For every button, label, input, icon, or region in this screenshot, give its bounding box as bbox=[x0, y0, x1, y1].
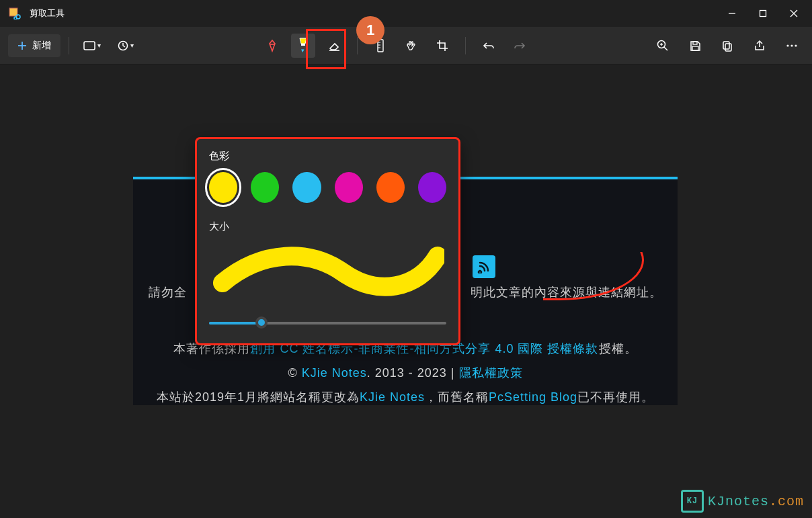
crop-icon bbox=[436, 40, 448, 52]
zoom-button[interactable] bbox=[651, 34, 675, 58]
maximize-button[interactable] bbox=[747, 0, 778, 27]
color-swatch-purple[interactable] bbox=[418, 172, 446, 203]
ellipsis-icon bbox=[786, 44, 798, 48]
content-line-3: © KJie Notes. 2013 - 2023 | 隱私權政策 bbox=[133, 361, 678, 385]
svg-rect-25 bbox=[692, 46, 698, 50]
new-button[interactable]: 新增 bbox=[8, 34, 60, 57]
color-swatch-magenta[interactable] bbox=[335, 172, 363, 203]
color-swatch-yellow[interactable] bbox=[209, 172, 237, 203]
chevron-down-icon: ▾ bbox=[301, 48, 304, 54]
eraser-tool-button[interactable] bbox=[322, 34, 346, 58]
color-swatch-orange[interactable] bbox=[376, 172, 405, 203]
toolbar-right bbox=[651, 34, 804, 58]
clock-icon bbox=[118, 40, 128, 51]
watermark: KJ KJnotes.com bbox=[681, 490, 804, 513]
slider-fill bbox=[209, 322, 261, 325]
separator bbox=[357, 37, 358, 54]
svg-rect-27 bbox=[725, 44, 731, 51]
snip-mode-dropdown[interactable]: ▾ bbox=[77, 34, 107, 58]
minimize-button[interactable] bbox=[717, 0, 747, 27]
toolbar: 新增 ▾ ▾ ▾ bbox=[0, 27, 812, 64]
rss-icon bbox=[477, 260, 491, 273]
hand-icon bbox=[405, 40, 418, 52]
touch-writing-button[interactable] bbox=[399, 34, 423, 58]
save-icon bbox=[689, 40, 701, 52]
undo-icon bbox=[483, 40, 495, 51]
color-swatches bbox=[209, 172, 446, 203]
separator bbox=[465, 37, 466, 54]
svg-rect-9 bbox=[84, 42, 95, 50]
new-name-link[interactable]: KJie Notes bbox=[360, 390, 425, 404]
color-swatch-blue[interactable] bbox=[292, 172, 321, 203]
app-icon bbox=[5, 4, 24, 23]
size-section-label: 大小 bbox=[209, 220, 446, 233]
color-swatch-green[interactable] bbox=[251, 172, 279, 203]
chevron-down-icon: ▾ bbox=[97, 42, 101, 49]
svg-line-21 bbox=[664, 47, 667, 50]
toolbar-center: ▾ bbox=[145, 34, 647, 58]
canvas-area: 請勿全 明此文章的內容來源與連結網址。 CC BY NC SA 本著作係採用創用… bbox=[0, 64, 812, 518]
watermark-icon: KJ bbox=[681, 490, 704, 513]
copy-button[interactable] bbox=[715, 34, 739, 58]
color-section-label: 色彩 bbox=[209, 150, 446, 163]
pen-tool-button[interactable] bbox=[260, 34, 284, 58]
copy-icon bbox=[721, 40, 733, 52]
rectangle-snip-icon bbox=[83, 41, 95, 50]
titlebar: 剪取工具 bbox=[0, 0, 812, 27]
watermark-text: KJnotes.com bbox=[708, 494, 804, 509]
share-button[interactable] bbox=[747, 34, 772, 58]
old-name-link[interactable]: PcSetting Blog bbox=[489, 390, 577, 404]
site-name-link[interactable]: KJie Notes bbox=[302, 366, 367, 380]
save-button[interactable] bbox=[683, 34, 707, 58]
app-title: 剪取工具 bbox=[30, 7, 65, 19]
pen-icon bbox=[266, 39, 278, 52]
svg-rect-24 bbox=[693, 42, 697, 44]
svg-point-29 bbox=[790, 44, 793, 46]
eraser-icon bbox=[327, 40, 341, 52]
more-button[interactable] bbox=[780, 34, 804, 58]
svg-rect-26 bbox=[723, 42, 729, 49]
privacy-link[interactable]: 隱私權政策 bbox=[459, 366, 523, 380]
zoom-icon bbox=[657, 40, 669, 52]
svg-rect-14 bbox=[301, 44, 305, 46]
chevron-down-icon: ▾ bbox=[130, 42, 134, 49]
new-button-label: 新增 bbox=[32, 40, 51, 52]
rss-badge bbox=[473, 255, 495, 278]
size-slider[interactable] bbox=[209, 316, 446, 329]
stroke-preview bbox=[209, 243, 446, 303]
svg-rect-0 bbox=[9, 8, 17, 16]
close-button[interactable] bbox=[778, 0, 809, 27]
highlighter-icon bbox=[297, 37, 309, 48]
plus-icon bbox=[17, 41, 27, 50]
svg-point-28 bbox=[786, 44, 788, 46]
annotation-callout-1: 1 bbox=[356, 16, 384, 44]
undo-button[interactable] bbox=[477, 34, 501, 58]
slider-thumb[interactable] bbox=[255, 316, 268, 329]
svg-point-2 bbox=[14, 17, 17, 19]
delay-dropdown[interactable]: ▾ bbox=[111, 34, 140, 58]
svg-rect-4 bbox=[760, 11, 766, 17]
redo-icon bbox=[514, 40, 526, 51]
crop-button[interactable] bbox=[430, 34, 454, 58]
content-line-4: 本站於2019年1月將網站名稱更改為KJie Notes，而舊名稱PcSetti… bbox=[133, 385, 678, 409]
svg-line-12 bbox=[123, 46, 125, 47]
share-icon bbox=[754, 40, 766, 52]
separator bbox=[69, 37, 69, 54]
svg-point-30 bbox=[795, 44, 797, 46]
highlighter-tool-button[interactable]: ▾ bbox=[291, 34, 315, 58]
redo-button[interactable] bbox=[508, 34, 532, 58]
highlighter-options-popover: 色彩 大小 bbox=[195, 137, 460, 345]
